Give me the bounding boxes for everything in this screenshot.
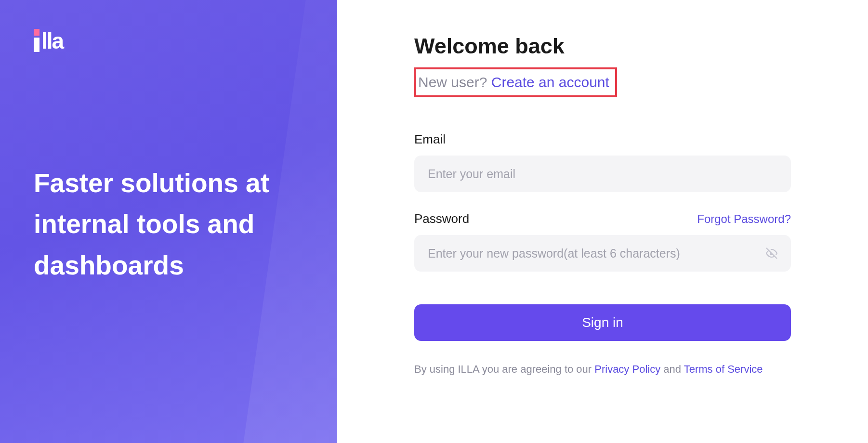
left-hero-panel: lla Faster solutions at internal tools a… — [0, 0, 337, 443]
logo-text: lla — [41, 30, 63, 52]
brand-logo: lla — [34, 29, 303, 52]
signin-button[interactable]: Sign in — [414, 304, 791, 341]
password-group: Password Forgot Password? — [414, 211, 791, 272]
forgot-password-link[interactable]: Forgot Password? — [697, 212, 791, 226]
logo-i-glyph — [34, 29, 39, 52]
new-user-text: New user? — [418, 74, 491, 90]
signup-prompt-highlight: New user? Create an account — [414, 67, 617, 97]
email-field[interactable] — [414, 156, 791, 192]
create-account-link[interactable]: Create an account — [491, 74, 609, 90]
hero-tagline: Faster solutions at internal tools and d… — [34, 163, 303, 286]
privacy-policy-link[interactable]: Privacy Policy — [594, 363, 660, 375]
page-title: Welcome back — [414, 34, 791, 59]
terms-of-service-link[interactable]: Terms of Service — [684, 363, 763, 375]
terms-text: By using ILLA you are agreeing to our Pr… — [414, 361, 791, 378]
new-user-prompt: New user? Create an account — [418, 74, 609, 90]
password-field[interactable] — [414, 235, 791, 272]
email-label: Email — [414, 132, 446, 147]
email-group: Email — [414, 132, 791, 192]
eye-off-icon[interactable] — [766, 248, 777, 259]
terms-and: and — [660, 363, 684, 375]
terms-prefix: By using ILLA you are agreeing to our — [414, 363, 594, 375]
signin-panel: Welcome back New user? Create an account… — [337, 0, 868, 443]
password-label: Password — [414, 211, 469, 226]
